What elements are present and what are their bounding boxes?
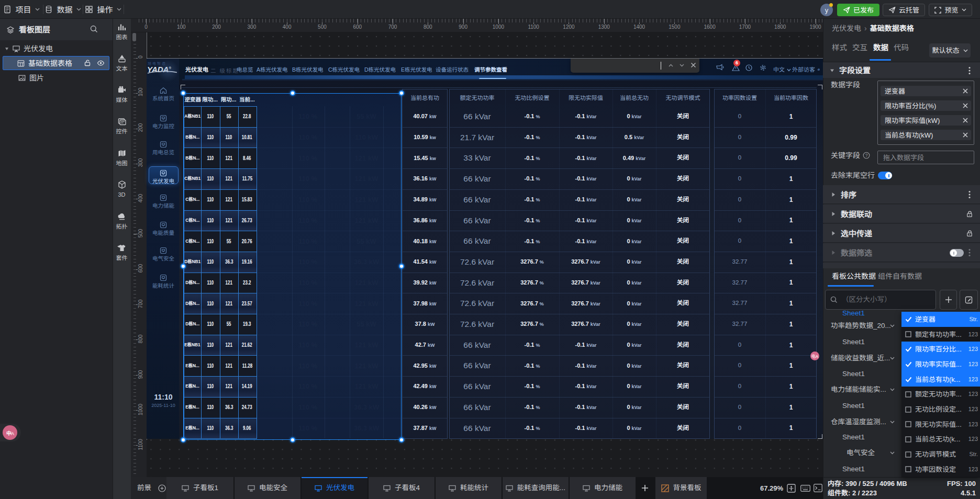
svg-text:?: ? [865, 153, 868, 158]
